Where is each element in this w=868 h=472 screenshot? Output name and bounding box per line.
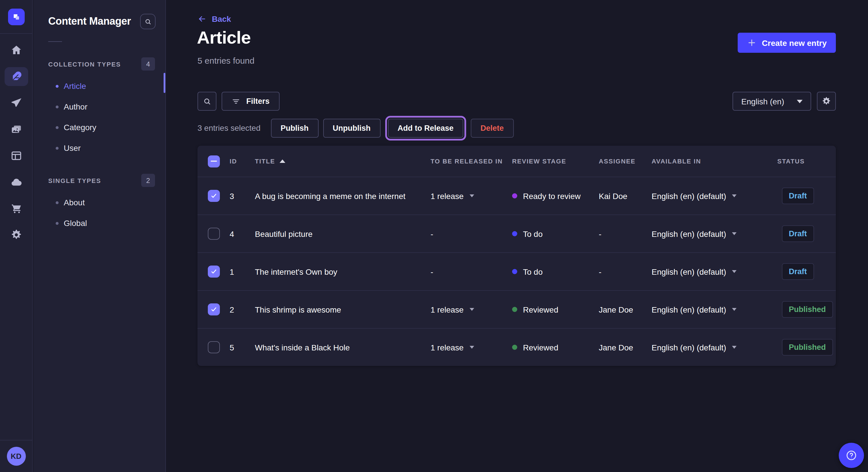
stage-dot-icon (512, 231, 517, 236)
nav-deploy-button[interactable] (4, 173, 28, 192)
sidebar-nav-item[interactable]: Global (33, 213, 165, 233)
column-header-status: STATUS (777, 158, 836, 165)
filters-label: Filters (246, 97, 270, 105)
row-checkbox[interactable] (208, 341, 220, 353)
table-row[interactable]: 3 A bug is becoming a meme on the intern… (197, 177, 836, 214)
search-icon (203, 97, 212, 106)
entries-table: ID TITLE TO BE RELEASED IN REVIEW STAGE … (197, 146, 836, 366)
row-status: Published (777, 301, 836, 318)
subnav-sections: COLLECTION TYPES 4 Article Author Catego… (33, 57, 165, 233)
rail-divider (0, 33, 32, 34)
row-review-stage: Reviewed (512, 343, 599, 352)
add-to-release-button[interactable]: Add to Release (388, 119, 463, 137)
stage-dot-icon (512, 307, 517, 312)
stage-dot-icon (512, 269, 517, 274)
nav-marketplace-button[interactable] (4, 199, 28, 218)
row-status: Published (777, 339, 836, 356)
nav-content-type-builder-button[interactable] (4, 146, 28, 165)
main-nav-rail: KD (0, 0, 33, 472)
chevron-down-icon (797, 100, 803, 103)
help-button[interactable] (839, 443, 864, 468)
sidebar-nav-item[interactable]: Article (33, 76, 165, 96)
nav-item-label: Category (64, 123, 96, 132)
nav-releases-button[interactable] (4, 94, 28, 112)
nav-home-button[interactable] (4, 41, 28, 60)
status-badge: Draft (782, 188, 814, 204)
row-checkbox[interactable] (208, 303, 220, 315)
locale-select[interactable]: English (en) (733, 92, 811, 111)
row-checkbox[interactable] (208, 266, 220, 278)
sidebar-nav-item[interactable]: User (33, 138, 165, 158)
sidebar-nav-item[interactable]: Category (33, 117, 165, 138)
back-link[interactable]: Back (197, 14, 231, 24)
nav-item-label: Global (64, 218, 87, 228)
sidebar-nav-item[interactable]: About (33, 192, 165, 213)
row-review-stage: To do (512, 267, 599, 276)
row-release[interactable]: - (431, 229, 512, 238)
unpublish-button[interactable]: Unpublish (323, 119, 380, 137)
table-row[interactable]: 5 What's inside a Black Hole 1 release R… (197, 328, 836, 366)
entries-count: 5 entries found (197, 56, 255, 65)
column-header-title[interactable]: TITLE (255, 158, 431, 165)
row-available-in[interactable]: English (en) (default) (652, 343, 777, 352)
nav-content-manager-button[interactable] (4, 67, 28, 86)
strapi-logo-icon (11, 12, 21, 22)
row-available-in[interactable]: English (en) (default) (652, 229, 777, 238)
row-review-stage: To do (512, 229, 599, 238)
row-status: Draft (777, 188, 836, 204)
row-assignee: - (599, 267, 652, 276)
row-assignee: - (599, 229, 652, 238)
table-header-row: ID TITLE TO BE RELEASED IN REVIEW STAGE … (197, 146, 836, 177)
section-count-badge: 2 (141, 174, 155, 187)
subnav-search-button[interactable] (140, 14, 156, 29)
avatar[interactable]: KD (7, 447, 26, 466)
row-id: 2 (229, 305, 255, 314)
row-available-in[interactable]: English (en) (default) (652, 305, 777, 314)
search-button[interactable] (197, 92, 216, 111)
row-id: 1 (229, 267, 255, 276)
rail-nav (0, 41, 32, 244)
selection-count: 3 entries selected (197, 123, 260, 133)
row-release[interactable]: 1 release (431, 305, 512, 314)
delete-button[interactable]: Delete (471, 119, 514, 137)
bullet-icon (56, 146, 59, 149)
table-row[interactable]: 1 The internet's Own boy - To do - Engli… (197, 252, 836, 290)
row-release[interactable]: 1 release (431, 191, 512, 200)
select-all-checkbox[interactable] (208, 155, 220, 167)
view-settings-button[interactable] (817, 92, 836, 111)
chevron-down-icon (732, 232, 737, 235)
chevron-down-icon (732, 270, 737, 273)
home-icon (10, 44, 22, 56)
bullet-icon (56, 105, 59, 108)
plus-icon (747, 38, 756, 47)
column-header-id[interactable]: ID (229, 158, 255, 165)
sidebar-nav-item[interactable]: Author (33, 96, 165, 117)
nav-item-label: About (64, 198, 85, 207)
filters-button[interactable]: Filters (222, 92, 279, 111)
create-new-entry-button[interactable]: Create new entry (738, 33, 836, 53)
row-available-in[interactable]: English (en) (default) (652, 267, 777, 276)
row-available-in[interactable]: English (en) (default) (652, 191, 777, 200)
search-icon (144, 18, 152, 26)
column-header-review-stage: REVIEW STAGE (512, 158, 599, 165)
row-release[interactable]: 1 release (431, 343, 512, 352)
chevron-down-icon (732, 308, 737, 311)
table-row[interactable]: 4 Beautiful picture - To do - English (e… (197, 214, 836, 252)
row-id: 3 (229, 191, 255, 200)
nav-settings-button[interactable] (4, 225, 28, 244)
row-checkbox[interactable] (208, 190, 220, 202)
table-row[interactable]: 2 This shrimp is awesome 1 release Revie… (197, 290, 836, 328)
app-window: KD Content Manager COLLECTION TYPES 4 Ar… (0, 0, 868, 472)
row-release[interactable]: - (431, 267, 512, 276)
nav-media-library-button[interactable] (4, 120, 28, 139)
row-checkbox[interactable] (208, 228, 220, 240)
chevron-down-icon (469, 346, 474, 349)
row-status: Draft (777, 263, 836, 280)
shopping-cart-icon (10, 202, 22, 214)
arrow-left-icon (197, 14, 207, 24)
media-library-icon (10, 123, 22, 135)
row-status: Draft (777, 225, 836, 242)
strapi-logo[interactable] (8, 9, 25, 25)
publish-button[interactable]: Publish (271, 119, 318, 137)
content-manager-icon (10, 71, 22, 82)
